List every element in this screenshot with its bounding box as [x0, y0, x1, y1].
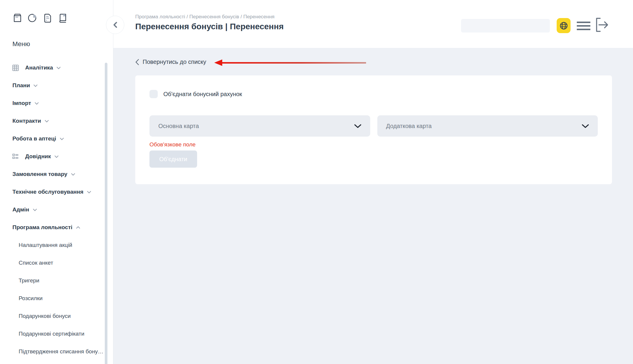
sidebar-subitem-mailings[interactable]: Розсилки	[0, 289, 113, 307]
header: Програма лояльності / Перенесення бонусі…	[113, 0, 633, 48]
sidebar-item-loyalty-program[interactable]: Програма лояльності	[0, 219, 113, 236]
sidebar-subitem-questionnaires[interactable]: Список анкет	[0, 254, 113, 272]
sidebar-item-label: Адмін	[12, 206, 29, 213]
sidebar-subitem-gift-certificates[interactable]: Подарункові сертифікати	[0, 325, 113, 343]
menu-toggle-button[interactable]	[577, 22, 590, 30]
sidebar-item-import[interactable]: Імпорт	[0, 94, 113, 112]
list-icon	[12, 153, 19, 160]
sidebar-menu-heading: Меню	[12, 40, 30, 48]
chevron-left-icon	[113, 22, 117, 28]
sidebar-item-label: Контракти	[12, 118, 41, 124]
merge-account-checkbox-label: Об'єднати бонусний рахунок	[163, 91, 242, 98]
hamburger-icon	[577, 22, 590, 23]
file-icon[interactable]	[43, 13, 53, 24]
sidebar-subitem-label: Список анкет	[19, 260, 53, 266]
sidebar-subitem-bonus-writeoff-confirmation[interactable]: Підтвердження списання бону…	[0, 343, 113, 360]
sidebar-item-analytics[interactable]: Аналітика	[0, 59, 113, 77]
sidebar-subitem-label: Тригери	[19, 277, 39, 284]
sidebar-toolbar	[12, 13, 68, 24]
sidebar-subitem-label: Подарункові бонуси	[19, 313, 71, 319]
sidebar-item-admin[interactable]: Адмін	[0, 201, 113, 219]
primary-card-placeholder: Основна карта	[158, 123, 354, 130]
chevron-down-icon	[71, 173, 75, 176]
sidebar-subitem-triggers[interactable]: Тригери	[0, 272, 113, 289]
arrow-shaft	[222, 62, 366, 64]
chevron-down-icon	[60, 137, 64, 140]
sidebar-item-label: Програма лояльності	[12, 224, 73, 231]
chevron-down-icon	[45, 120, 49, 122]
sidebar-item-pharmacy-work[interactable]: Робота в аптеці	[0, 130, 113, 148]
box-icon[interactable]	[12, 13, 22, 24]
sidebar-item-maintenance[interactable]: Технічне обслуговування	[0, 183, 113, 201]
primary-card-select[interactable]: Основна карта	[149, 115, 370, 137]
chevron-down-icon	[354, 124, 361, 128]
sidebar-item-label: Технічне обслуговування	[12, 189, 83, 195]
sidebar-item-label: Довідник	[25, 153, 51, 160]
sidebar-item-contracts[interactable]: Контракти	[0, 112, 113, 130]
main-content: Повернутись до списку Об'єднати бонусний…	[113, 48, 633, 364]
sidebar-nav: Аналітика Плани Імпорт Контракти Робота	[0, 59, 113, 360]
header-placeholder-field	[461, 19, 550, 33]
chevron-down-icon	[33, 208, 37, 211]
chevron-down-icon	[87, 191, 91, 193]
sidebar-subitem-gift-bonuses[interactable]: Подарункові бонуси	[0, 307, 113, 325]
secondary-card-select[interactable]: Додаткова карта	[377, 115, 598, 137]
merge-account-checkbox-row: Об'єднати бонусний рахунок	[149, 90, 598, 98]
sidebar-subitem-label: Розсилки	[19, 295, 43, 302]
logout-icon	[594, 17, 610, 33]
sidebar-subitem-label: Підтвердження списання бону…	[19, 348, 104, 355]
red-annotation-arrow	[214, 59, 366, 66]
chevron-up-icon	[76, 226, 80, 229]
language-button[interactable]	[557, 18, 571, 33]
chevron-down-icon	[582, 124, 589, 128]
merge-bonus-card: Об'єднати бонусний рахунок Основна карта…	[135, 75, 612, 184]
logout-button[interactable]	[594, 17, 610, 33]
sidebar-item-goods-order[interactable]: Замовлення товару	[0, 165, 113, 183]
chevron-down-icon	[57, 67, 61, 69]
sidebar-item-label: Аналітика	[25, 64, 53, 71]
card-selects-row: Основна карта Додаткова карта	[149, 115, 598, 137]
chevron-down-icon	[33, 84, 38, 87]
back-to-list-link[interactable]: Повернутись до списку	[135, 59, 206, 65]
arrow-head	[214, 59, 222, 66]
back-link-label: Повернутись до списку	[143, 59, 206, 65]
pie-chart-icon[interactable]	[28, 13, 38, 24]
merge-button[interactable]: Об'єднати	[149, 151, 197, 168]
sidebar: Меню Аналітика Плани	[0, 0, 113, 364]
sidebar-subitem-label: Подарункові сертифікати	[19, 331, 84, 337]
sidebar-item-label: Імпорт	[12, 100, 31, 106]
chevron-down-icon	[35, 102, 39, 105]
sidebar-item-directory[interactable]: Довідник	[0, 148, 113, 165]
breadcrumb: Програма лояльності / Перенесення бонусі…	[135, 14, 275, 20]
merge-account-checkbox[interactable]	[149, 90, 158, 98]
sidebar-collapse-button[interactable]	[106, 16, 124, 34]
sidebar-subitem-label: Налаштування акцій	[19, 242, 72, 248]
sidebar-item-label: Робота в аптеці	[12, 135, 56, 142]
sidebar-item-label: Замовлення товару	[12, 171, 67, 177]
page-title: Перенесення бонусів | Перенесення	[135, 22, 284, 31]
sidebar-scrollbar[interactable]	[105, 63, 107, 364]
chevron-left-icon	[135, 59, 139, 65]
sidebar-subitem-promo-settings[interactable]: Налаштування акцій	[0, 236, 113, 254]
book-icon[interactable]	[58, 13, 68, 24]
globe-icon	[559, 21, 568, 30]
chevron-down-icon	[54, 155, 59, 158]
sidebar-item-plans[interactable]: Плани	[0, 77, 113, 94]
sidebar-item-label: Плани	[12, 82, 30, 89]
grid-icon	[12, 65, 19, 71]
required-field-error: Обов'язкове поле	[149, 141, 598, 148]
secondary-card-placeholder: Додаткова карта	[386, 123, 582, 130]
